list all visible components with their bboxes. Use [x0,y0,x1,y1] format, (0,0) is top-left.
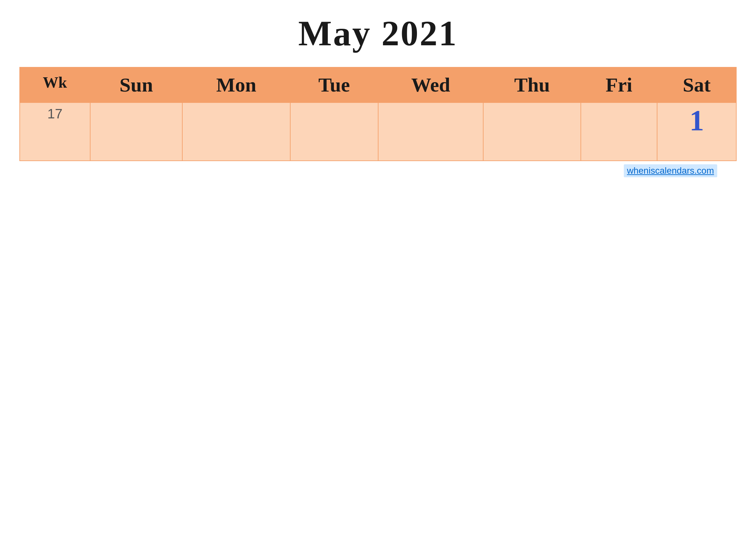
day-cell [581,102,657,161]
mon-header: Mon [182,67,290,102]
day-number: 1 [660,106,733,135]
sat-header: Sat [657,67,736,102]
week-num-17: 17 [20,102,90,161]
thu-header: Thu [483,67,581,102]
wed-header: Wed [378,67,483,102]
wk-header: Wk [20,67,90,102]
day-cell [90,102,182,161]
watermark-link[interactable]: wheniscalendars.com [624,164,717,177]
day-cell [483,102,581,161]
day-cell: 1 [657,102,736,161]
page-title: May 2021 [298,13,458,54]
tue-header: Tue [290,67,378,102]
sun-header: Sun [90,67,182,102]
fri-header: Fri [581,67,657,102]
day-cell [182,102,290,161]
day-cell [290,102,378,161]
calendar-table: Wk Sun Mon Tue Wed Thu Fri Sat 171 [19,67,737,161]
day-cell [378,102,483,161]
